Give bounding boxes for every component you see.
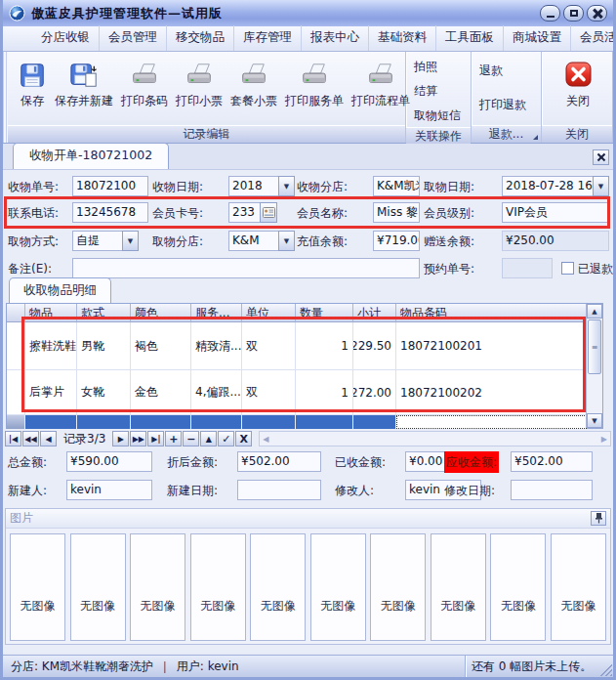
doc-tab-close-button[interactable] (593, 149, 609, 165)
detail-tab-strip: 收取物品明细 (3, 277, 613, 303)
image-placeholder[interactable]: 无图像 (551, 533, 606, 641)
save-button[interactable]: 保存 (14, 56, 51, 114)
refund-button[interactable]: 退款 (477, 60, 528, 82)
col-header-subtotal[interactable]: 小计 (353, 304, 396, 322)
printer-icon (185, 61, 214, 90)
remark-field[interactable] (72, 258, 420, 278)
nav-post-button[interactable]: ✓ (218, 431, 234, 446)
image-placeholder[interactable]: 无图像 (431, 533, 486, 641)
print-barcode-button[interactable]: 打印条码 (117, 56, 172, 114)
member-level-field[interactable]: VIP会员 (502, 202, 609, 223)
status-bar: 分店: KM凯米鞋靴潮奢洗护 ｜ 用户: kevin 还有 0 幅图片未上传。 (3, 655, 613, 677)
image-placeholder[interactable]: 无图像 (310, 533, 366, 641)
refunded-checkbox[interactable] (561, 262, 574, 275)
menu-tab-reports[interactable]: 报表中心 (302, 25, 369, 51)
print-refund-button[interactable]: 打印退款 (477, 94, 528, 116)
nav-cancel-button[interactable]: X (235, 431, 252, 446)
pickup-store-label: 取物分店: (152, 231, 203, 252)
minimize-button[interactable] (540, 5, 560, 21)
receipt-store-field[interactable]: K&M凯米 (373, 176, 420, 196)
close-button[interactable] (587, 5, 607, 21)
receipt-date-combo[interactable]: 2018 ▼ (228, 176, 295, 196)
scrollbar-thumb[interactable]: ≡ (588, 319, 601, 374)
refunded-label: 已退款 (578, 258, 613, 279)
save-and-new-button[interactable]: 保存并新建 (51, 56, 117, 114)
nav-insert-button[interactable]: + (165, 431, 182, 446)
maximize-icon (570, 10, 578, 17)
print-process-order-button[interactable]: 打印流程单 (348, 56, 414, 114)
image-placeholder[interactable]: 无图像 (10, 533, 65, 641)
table-vertical-scrollbar[interactable]: ▲ ≡ ▼ (586, 304, 602, 428)
image-placeholder[interactable]: 无图像 (250, 533, 306, 641)
col-header-item[interactable]: 物品 (25, 304, 77, 322)
phone-label: 联系电话: (8, 202, 59, 224)
phone-field[interactable]: 13245678 (72, 202, 148, 223)
nav-last-button[interactable]: ▶| (147, 431, 164, 446)
selected-empty-row[interactable] (7, 415, 587, 429)
chevron-down-icon[interactable]: ▼ (593, 176, 609, 196)
group-label-refund[interactable]: 退款... (472, 125, 541, 143)
maximize-button[interactable] (563, 5, 584, 21)
pickup-store-combo[interactable]: K&M ▼ (228, 231, 295, 251)
focused-cell[interactable] (396, 415, 587, 429)
menu-tab-store-cashier[interactable]: 分店收银 (32, 25, 100, 51)
scroll-down-icon[interactable]: ▼ (587, 413, 602, 428)
menu-tab-mall-settings[interactable]: 商城设置 (504, 25, 571, 51)
image-placeholder[interactable]: 无图像 (130, 533, 185, 641)
photo-button[interactable]: 拍照 (412, 56, 463, 78)
menu-tab-transfer-items[interactable]: 移交物品 (167, 25, 234, 51)
nav-prev-button[interactable]: ◀ (40, 431, 57, 446)
menu-tab-inventory[interactable]: 库存管理 (234, 25, 302, 51)
image-placeholder[interactable]: 无图像 (490, 533, 546, 641)
table-row[interactable]: 擦鞋洗鞋 男靴 褐色 精致清... 双 1 ¥229.50 1807210020… (7, 322, 587, 370)
pickup-method-combo[interactable]: 自提 ▼ (72, 231, 139, 251)
receipt-no-field[interactable]: 18072100 (72, 176, 148, 196)
nav-prev-page-button[interactable]: ◀◀ (22, 431, 39, 446)
print-receipt-button[interactable]: 打印小票 (172, 56, 226, 114)
print-service-order-button[interactable]: 打印服务单 (281, 56, 348, 114)
table-horizontal-scrollbar[interactable]: ◀ ▶ (259, 431, 611, 446)
nav-next-page-button[interactable]: ▶▶ (130, 431, 146, 446)
chevron-down-icon[interactable]: ▼ (278, 231, 295, 251)
pickup-date-combo[interactable]: 2018-07-28 16: ▼ (502, 176, 609, 196)
nav-next-button[interactable]: ▶ (112, 431, 129, 446)
menu-tab-base-data[interactable]: 基础资料 (369, 25, 436, 51)
doc-tab-receiving-order[interactable]: 收物开单-180721002 (13, 143, 169, 169)
tab-item-details[interactable]: 收取物品明细 (9, 277, 111, 303)
scroll-right-icon[interactable]: ▶ (601, 435, 607, 444)
menu-tab-member-activity[interactable]: 会员活动 (571, 25, 616, 51)
menu-tab-tool-panel[interactable]: 工具面板 (436, 25, 504, 51)
form-content: 收物单号: 18072100 收物日期: 2018 ▼ 收物分店: K&M凯米 … (3, 170, 613, 653)
pin-button[interactable] (591, 511, 606, 526)
chevron-down-icon[interactable]: ▼ (122, 231, 139, 251)
table-row[interactable]: 后掌片 女靴 金色 4,偏跟... 双 1 ¥272.00 1807210020… (7, 370, 587, 415)
col-header-barcode[interactable]: 物品条码 (396, 304, 587, 322)
close-form-button[interactable]: 关闭 (558, 56, 597, 114)
record-navigator: |◀ ◀◀ ◀ 记录3/3 ▶ ▶▶ ▶| + − ▲ ✓ X ◀ ▶ (5, 430, 611, 447)
booking-no-field[interactable] (502, 258, 553, 278)
member-card-combo[interactable]: 233 (228, 202, 277, 223)
record-counter: 记录3/3 (58, 431, 111, 447)
image-placeholder[interactable]: 无图像 (370, 533, 426, 641)
nav-edit-button[interactable]: ▲ (200, 431, 217, 446)
member-card-lookup-button[interactable] (260, 202, 277, 223)
chevron-down-icon[interactable]: ▼ (278, 176, 295, 196)
image-placeholder[interactable]: 无图像 (190, 533, 246, 641)
menu-tab-member-mgmt[interactable]: 会员管理 (100, 25, 167, 51)
col-header-style[interactable]: 款式 (77, 304, 131, 322)
col-header-color[interactable]: 颜色 (131, 304, 191, 322)
scroll-left-icon[interactable]: ◀ (263, 435, 268, 444)
scroll-up-icon[interactable]: ▲ (587, 304, 602, 319)
printer-icon (130, 61, 159, 90)
nav-delete-button[interactable]: − (183, 431, 199, 446)
member-name-field[interactable]: Miss 黎 (373, 202, 420, 223)
resize-grip[interactable] (600, 664, 612, 676)
image-placeholder[interactable]: 无图像 (70, 533, 126, 641)
pickup-sms-button[interactable]: 取物短信 (412, 105, 463, 127)
combo-receipt-button[interactable]: 套餐小票 (226, 56, 281, 114)
col-header-unit[interactable]: 单位 (242, 304, 296, 322)
nav-first-button[interactable]: |◀ (5, 431, 21, 446)
col-header-service[interactable]: 服务... (191, 304, 242, 322)
col-header-qty[interactable]: 数量 (296, 304, 353, 322)
settle-button[interactable]: 结算 (412, 80, 463, 103)
